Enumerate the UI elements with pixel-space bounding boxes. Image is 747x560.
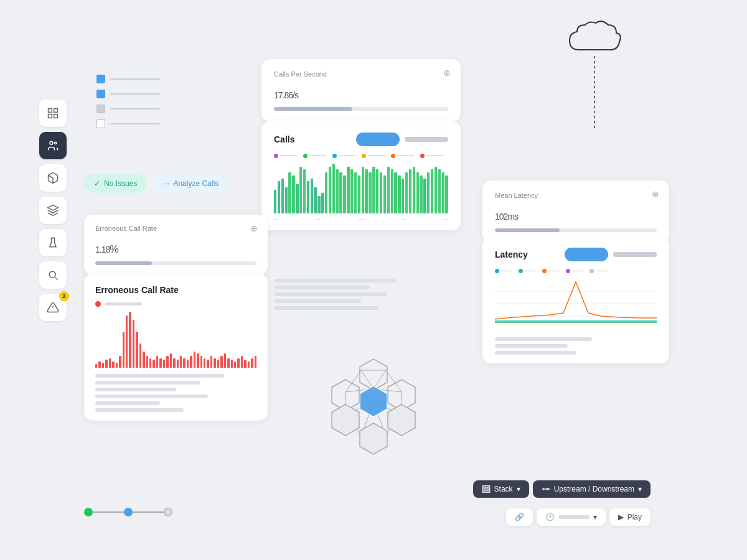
calls-bar <box>435 167 437 213</box>
calls-bar <box>347 167 349 213</box>
cps-progress-bar <box>274 107 448 111</box>
ecr-bar <box>197 353 199 368</box>
latency-card: Latency —— —— —— —— —— <box>482 236 669 363</box>
calls-bar <box>299 167 302 213</box>
action-buttons: ✓ No Issues ··· Analyze Calls <box>84 174 228 193</box>
alert-icon <box>47 301 59 314</box>
sidebar-item-flask[interactable] <box>39 229 67 256</box>
sidebar-item-search[interactable] <box>39 261 67 289</box>
calls-bar <box>427 172 430 213</box>
ecr-bar <box>123 332 125 368</box>
upstream-icon <box>542 485 550 493</box>
ecr-bar <box>163 360 165 368</box>
clock-button[interactable]: 🕐 ▾ <box>537 508 606 526</box>
ecr-bar <box>251 358 253 368</box>
ecr-bar <box>217 360 219 368</box>
calls-bottom-area <box>261 274 461 318</box>
sidebar-item-users[interactable] <box>39 132 67 159</box>
ecr-bar <box>166 356 168 368</box>
ecr-bar <box>207 360 209 368</box>
link-button[interactable]: 🔗 <box>506 508 533 526</box>
calls-bar <box>296 184 298 213</box>
calls-bar <box>343 175 345 213</box>
calls-bar <box>314 187 316 213</box>
ecr-bar <box>149 358 151 368</box>
ecr-bar <box>204 358 205 368</box>
lat-legend-orange: —— <box>542 268 560 274</box>
ecr-bar <box>231 360 233 368</box>
calls-bar <box>420 175 422 213</box>
calls-bar <box>285 187 288 213</box>
lat-legend-green: —— <box>519 268 536 274</box>
timeline-dot-3 <box>164 508 172 516</box>
latency-pill-button[interactable] <box>565 248 608 261</box>
calls-bar <box>336 169 339 213</box>
cps-zoom-button[interactable]: ⊕ <box>443 68 451 78</box>
legend-item-4 <box>96 119 160 128</box>
stack-button[interactable]: Stack ▾ <box>473 480 529 498</box>
calls-bar <box>362 167 364 213</box>
calls-bar <box>383 175 386 213</box>
ecr-bar <box>126 315 128 368</box>
legend-box-4 <box>96 119 105 128</box>
ecr-big-header: Erroneous Call Rate <box>95 285 256 295</box>
latency-sub-lines <box>495 337 657 355</box>
calls-bar <box>303 169 306 213</box>
calls-bar <box>372 167 375 213</box>
calls-bar <box>423 179 426 213</box>
ecr-bar <box>241 356 243 368</box>
ecr-big-card: Erroneous Call Rate <box>84 274 268 421</box>
calls-legend: ——— ——— ——— ——— ——— ——— <box>274 152 448 159</box>
svg-rect-0 <box>49 109 52 113</box>
ml-zoom-button[interactable]: ⊕ <box>652 189 659 199</box>
lat-legend-purple: —— <box>566 268 583 274</box>
calls-bar <box>376 169 378 213</box>
check-icon: ✓ <box>94 179 100 188</box>
legend-area <box>96 75 160 128</box>
no-issues-button[interactable]: ✓ No Issues <box>84 174 147 193</box>
calls-card: Calls ——— ——— ——— ——— ——— ——— — — — — — <box>261 121 461 230</box>
search-icon <box>47 269 59 281</box>
ecr-sub-lines <box>95 374 256 412</box>
grid-icon <box>47 107 59 119</box>
ecr-small-value: 1.18% <box>95 235 256 258</box>
sidebar-item-box[interactable] <box>39 164 67 192</box>
play-button[interactable]: ▶ Play <box>609 508 651 526</box>
sidebar-item-grid[interactable] <box>39 100 67 127</box>
svg-rect-45 <box>482 491 490 492</box>
svg-marker-8 <box>48 205 59 210</box>
legend-item-2 <box>96 90 160 98</box>
ecr-bar <box>177 360 179 368</box>
ecr-bar <box>143 352 144 368</box>
sidebar-item-layers[interactable] <box>39 197 67 224</box>
calls-title: Calls <box>274 134 294 144</box>
cps-label: Calls Per Second <box>274 70 448 78</box>
ecr-dot-row <box>95 301 256 307</box>
calls-bar <box>278 181 280 213</box>
sidebar-item-alert[interactable]: 2 <box>39 294 67 321</box>
ecr-small-bar-row <box>95 261 256 265</box>
ecr-small-card: Erroneous Call Rate 1.18% ⊕ <box>84 215 268 275</box>
ecr-small-zoom-button[interactable]: ⊕ <box>250 223 258 233</box>
upstream-downstream-button[interactable]: Upstream / Downstream ▾ <box>533 480 651 498</box>
box-icon <box>47 172 59 184</box>
ecr-bar <box>136 332 138 368</box>
ecr-bar <box>146 356 148 368</box>
ecr-bar <box>248 362 250 368</box>
legend-box-2 <box>96 90 105 98</box>
calls-bar <box>391 169 393 213</box>
svg-rect-3 <box>54 114 58 118</box>
calls-pill-button[interactable] <box>356 133 400 146</box>
calls-bar <box>438 169 441 213</box>
analyze-calls-button[interactable]: ··· Analyze Calls <box>153 174 228 193</box>
latency-chart-svg <box>495 279 657 329</box>
calls-bar <box>281 179 284 213</box>
calls-bar <box>387 167 390 213</box>
calls-header-right <box>356 133 448 146</box>
ecr-bar <box>105 360 107 368</box>
alert-badge: 2 <box>59 291 69 301</box>
cps-bar-row <box>274 107 448 111</box>
svg-point-5 <box>55 142 57 144</box>
ecr-big-title: Erroneous Call Rate <box>95 285 179 295</box>
calls-bar <box>369 172 371 213</box>
